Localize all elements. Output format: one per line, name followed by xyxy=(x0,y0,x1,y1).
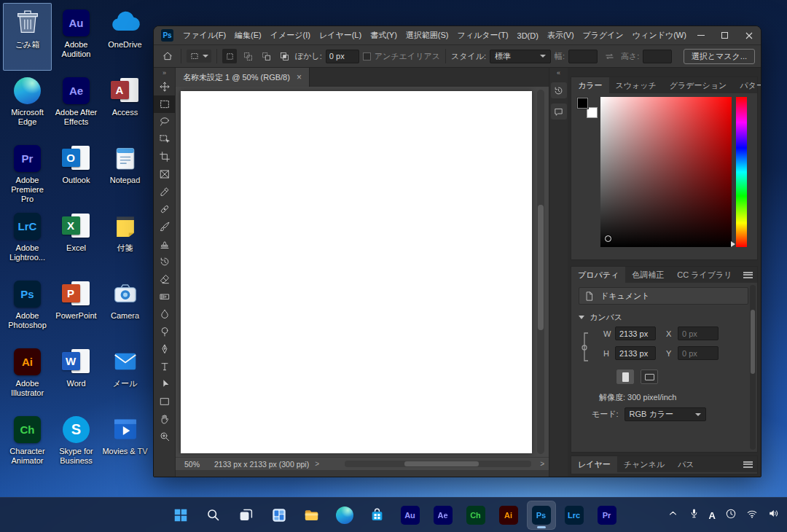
foreground-color-swatch[interactable] xyxy=(577,98,588,109)
properties-panel-tab[interactable]: プロパティ xyxy=(571,267,625,283)
desktop-icon-sticky-notes[interactable]: 付箋 xyxy=(101,206,149,274)
history-panel-icon[interactable] xyxy=(551,82,567,98)
desktop-icon-movies-tv[interactable]: Movies & TV xyxy=(101,410,149,477)
feather-input[interactable] xyxy=(326,50,359,63)
document-canvas[interactable] xyxy=(181,91,532,453)
hue-slider[interactable] xyxy=(736,97,747,247)
width-input[interactable] xyxy=(568,50,598,63)
dodge-tool[interactable] xyxy=(154,323,175,340)
width-input[interactable] xyxy=(615,326,656,340)
horizontal-scrollbar-thumb[interactable] xyxy=(404,461,479,466)
hand-tool[interactable] xyxy=(154,410,175,428)
zoom-tool[interactable] xyxy=(154,428,175,445)
color-panel-tab[interactable]: スウォッチ xyxy=(609,77,663,93)
layers-panel-tab[interactable]: チャンネル xyxy=(617,456,671,472)
taskbar-file-explorer[interactable] xyxy=(297,501,326,530)
menu-edit[interactable]: 編集(E) xyxy=(230,30,266,41)
menu-file[interactable]: ファイル(F) xyxy=(179,30,230,41)
portrait-orientation-button[interactable] xyxy=(616,369,634,384)
desktop-icon-notepad[interactable]: Notepad xyxy=(101,138,149,206)
taskbar-search[interactable] xyxy=(199,501,228,530)
link-dimensions-icon[interactable] xyxy=(580,328,590,368)
height-input[interactable] xyxy=(643,50,672,63)
layers-panel-tab[interactable]: レイヤー xyxy=(571,456,617,472)
move-tool[interactable] xyxy=(154,78,175,95)
path-selection-tool[interactable] xyxy=(154,375,175,393)
desktop-icon-excel[interactable]: XExcel xyxy=(52,206,101,274)
vertical-scrollbar[interactable] xyxy=(537,90,544,454)
status-chevron-icon[interactable]: > xyxy=(315,460,319,468)
taskbar-adobe-audition[interactable]: Au xyxy=(396,501,425,530)
status-end-chevron-icon[interactable]: > xyxy=(540,460,544,468)
desktop-icon-skype-for-business[interactable]: SSkype for Business xyxy=(52,410,101,477)
taskbar-task-view[interactable] xyxy=(232,501,261,530)
tray-chevron-icon[interactable] xyxy=(667,507,679,523)
menu-window[interactable]: ウィンドウ(W) xyxy=(628,30,689,41)
new-selection-icon[interactable] xyxy=(222,49,237,63)
desktop-icon-outlook[interactable]: OOutlook xyxy=(52,138,101,206)
taskbar-start[interactable] xyxy=(166,501,195,530)
type-tool[interactable] xyxy=(154,358,175,375)
properties-panel-tab[interactable]: CC ライブラリ xyxy=(670,267,738,283)
menu-select[interactable]: 選択範囲(S) xyxy=(402,30,453,41)
minimize-button[interactable] xyxy=(689,26,713,44)
taskbar-adobe-photoshop[interactable]: Ps xyxy=(527,501,556,530)
document-tab[interactable]: 名称未設定 1 @ 50% (RGB/8) × xyxy=(176,68,310,87)
wifi-icon[interactable] xyxy=(746,508,758,523)
style-select[interactable]: 標準 xyxy=(490,50,551,63)
menu-plugins[interactable]: プラグイン xyxy=(579,30,628,41)
taskbar-microsoft-edge[interactable] xyxy=(330,501,359,530)
background-color-swatch[interactable] xyxy=(587,107,598,118)
desktop-icon-adobe-photoshop[interactable]: PsAdobe Photoshop xyxy=(3,274,52,342)
ime-mode-icon[interactable]: A xyxy=(709,509,716,522)
properties-scrollbar-thumb[interactable] xyxy=(751,310,755,374)
collapse-toolbar-icon[interactable]: » xyxy=(154,68,175,77)
desktop-icon-powerpoint[interactable]: PPowerPoint xyxy=(52,274,101,342)
layers-panel-tab[interactable]: パス xyxy=(671,456,701,472)
menu-layer[interactable]: レイヤー(L) xyxy=(315,30,366,41)
taskbar-adobe-illustrator[interactable]: Ai xyxy=(494,501,523,530)
y-input[interactable] xyxy=(678,346,719,360)
taskbar-widgets[interactable] xyxy=(265,501,294,530)
landscape-orientation-button[interactable] xyxy=(641,369,658,384)
color-panel-tab[interactable]: カラー xyxy=(571,77,609,93)
mode-select[interactable]: RGB カラー xyxy=(624,407,706,421)
vertical-scrollbar-thumb[interactable] xyxy=(538,205,544,330)
subtract-from-selection-icon[interactable] xyxy=(259,49,273,63)
desktop-icon-adobe-after-effects[interactable]: AeAdobe After Effects xyxy=(52,71,101,138)
comments-panel-icon[interactable] xyxy=(551,103,567,120)
properties-scrollbar[interactable] xyxy=(750,285,756,450)
pen-tool[interactable] xyxy=(154,340,175,358)
home-icon[interactable] xyxy=(160,48,176,64)
clock-status-icon[interactable] xyxy=(725,508,737,523)
clone-stamp-tool[interactable] xyxy=(154,235,175,253)
lasso-tool[interactable] xyxy=(154,113,175,130)
menu-type[interactable]: 書式(Y) xyxy=(366,30,402,41)
desktop-icon-onedrive[interactable]: OneDrive xyxy=(101,3,149,71)
taskbar-character-animator[interactable]: Ch xyxy=(461,501,490,530)
select-and-mask-button[interactable]: 選択とマスク... xyxy=(684,49,755,64)
saturation-brightness-field[interactable] xyxy=(600,97,732,247)
desktop-icon-adobe-premiere-pro[interactable]: PrAdobe Premiere Pro xyxy=(3,138,52,206)
gradient-tool[interactable] xyxy=(154,288,175,305)
properties-panel-menu-icon[interactable] xyxy=(743,267,757,283)
menu-3d[interactable]: 3D(D) xyxy=(513,31,543,40)
taskbar-microsoft-store[interactable] xyxy=(363,501,392,530)
desktop-icon-word[interactable]: WWord xyxy=(52,342,101,410)
close-tab-icon[interactable]: × xyxy=(297,72,302,82)
desktop-icon-adobe-illustrator[interactable]: AiAdobe Illustrator xyxy=(3,342,52,410)
swap-dimensions-icon[interactable] xyxy=(601,48,617,64)
intersect-selection-icon[interactable] xyxy=(277,49,291,63)
desktop-icon-microsoft-edge[interactable]: Microsoft Edge xyxy=(3,71,52,138)
color-panel-tab[interactable]: パターン xyxy=(733,77,761,93)
hue-slider-marker[interactable] xyxy=(731,241,735,247)
history-brush-tool[interactable] xyxy=(154,253,175,270)
antialias-checkbox[interactable]: アンチエイリアス xyxy=(363,51,440,62)
desktop-icon-camera[interactable]: Camera xyxy=(101,274,149,342)
height-input[interactable] xyxy=(615,346,656,360)
desktop-icon-adobe-audition[interactable]: AuAdobe Audition xyxy=(52,3,101,71)
rectangle-tool[interactable] xyxy=(154,393,175,410)
frame-tool[interactable] xyxy=(154,165,175,183)
document-properties-row[interactable]: ドキュメント xyxy=(579,287,748,305)
x-input[interactable] xyxy=(678,326,719,340)
